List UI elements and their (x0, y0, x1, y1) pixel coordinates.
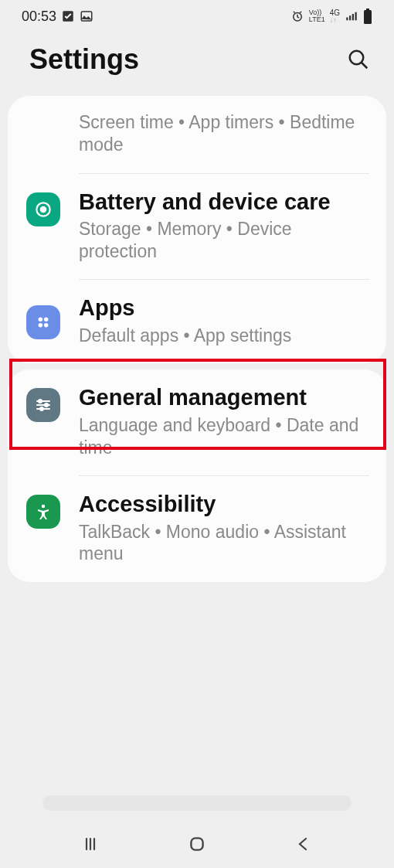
accessibility-icon (26, 495, 60, 529)
screen-time-row[interactable]: Screen time • App timers • Bedtime mode (8, 96, 386, 173)
signal-icon (345, 9, 358, 23)
row-subtitle: TalkBack • Mono audio • Assistant menu (79, 521, 369, 566)
status-left: 00:53 (22, 9, 93, 25)
battery-device-care-row[interactable]: Battery and device care Storage • Memory… (8, 174, 386, 280)
svg-point-15 (44, 323, 48, 328)
alarm-icon (290, 9, 304, 23)
apps-icon (26, 305, 60, 339)
svg-point-19 (42, 505, 45, 508)
row-subtitle: Default apps • App settings (79, 325, 369, 347)
device-care-icon (26, 192, 60, 226)
general-management-icon (26, 388, 60, 422)
svg-rect-8 (364, 10, 372, 24)
svg-point-16 (39, 400, 42, 403)
data-indicator: 4G ↓↑ (330, 9, 340, 24)
row-subtitle: Screen time • App timers • Bedtime mode (79, 111, 369, 156)
search-button[interactable] (345, 46, 372, 73)
page-title: Settings (29, 43, 139, 76)
accessibility-row[interactable]: Accessibility TalkBack • Mono audio • As… (8, 476, 386, 582)
row-title: Apps (79, 295, 369, 321)
svg-rect-4 (349, 15, 351, 20)
svg-point-17 (45, 403, 48, 407)
navigation-bar (0, 820, 394, 868)
svg-point-9 (350, 51, 364, 65)
svg-point-18 (40, 407, 43, 410)
svg-point-13 (44, 318, 48, 322)
settings-card: Screen time • App timers • Bedtime mode … (8, 96, 386, 363)
row-subtitle: Storage • Memory • Device protection (79, 218, 369, 263)
row-title: Accessibility (79, 492, 369, 517)
svg-rect-7 (366, 9, 369, 10)
status-time: 00:53 (22, 9, 56, 25)
home-button[interactable] (180, 827, 214, 861)
status-bar: 00:53 Vo)) LTE1 4G ↓↑ (0, 0, 394, 29)
svg-rect-6 (355, 12, 357, 21)
scroll-indicator (42, 795, 352, 811)
checkbox-icon (61, 9, 75, 23)
svg-rect-20 (191, 838, 202, 849)
back-button[interactable] (287, 827, 321, 861)
general-management-row[interactable]: General management Language and keyboard… (8, 369, 386, 475)
image-icon (80, 9, 93, 23)
svg-point-12 (39, 318, 43, 322)
header: Settings (0, 29, 394, 90)
svg-rect-5 (352, 14, 354, 20)
row-title: Battery and device care (79, 189, 369, 215)
svg-rect-3 (346, 18, 348, 21)
status-right: Vo)) LTE1 4G ↓↑ (290, 9, 372, 24)
svg-point-11 (41, 206, 46, 212)
recents-button[interactable] (73, 827, 107, 861)
battery-icon (363, 9, 372, 24)
apps-row[interactable]: Apps Default apps • App settings (8, 280, 386, 363)
row-subtitle: Language and keyboard • Date and time (79, 414, 369, 459)
settings-card: General management Language and keyboard… (8, 369, 386, 582)
volte-indicator: Vo)) LTE1 (309, 9, 325, 23)
svg-point-14 (39, 323, 43, 328)
row-title: General management (79, 385, 369, 410)
